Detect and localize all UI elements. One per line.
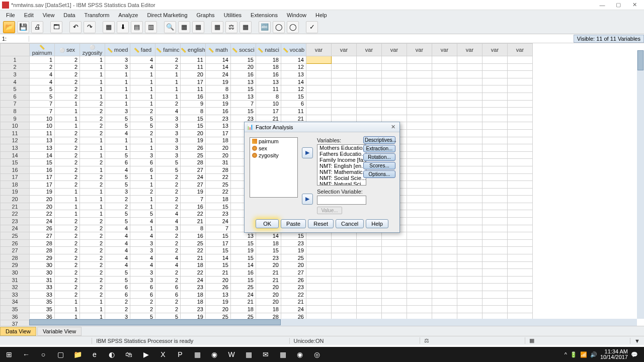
- data-cell[interactable]: [457, 144, 482, 152]
- start-button[interactable]: ⊞: [2, 348, 16, 360]
- data-cell[interactable]: 2: [55, 181, 80, 189]
- data-cell[interactable]: 4: [130, 56, 155, 64]
- data-cell[interactable]: 4: [105, 232, 130, 240]
- data-cell[interactable]: 4: [130, 232, 155, 240]
- data-cell[interactable]: 24: [30, 218, 55, 225]
- back-icon[interactable]: ←: [19, 348, 33, 360]
- column-header-empty[interactable]: var: [432, 44, 457, 56]
- data-cell[interactable]: [482, 239, 508, 247]
- data-cell[interactable]: 17: [181, 78, 206, 85]
- data-cell[interactable]: 19: [30, 188, 55, 196]
- data-cell[interactable]: 15: [206, 232, 231, 240]
- data-cell[interactable]: 21: [181, 218, 206, 225]
- data-cell[interactable]: 1: [80, 203, 105, 210]
- tray-battery-icon[interactable]: 🔋: [570, 351, 577, 358]
- row-header[interactable]: 7: [1, 100, 30, 108]
- data-cell[interactable]: [357, 71, 382, 78]
- data-cell[interactable]: [432, 173, 457, 181]
- data-cell[interactable]: 2: [80, 239, 105, 247]
- data-cell[interactable]: 1: [80, 78, 105, 85]
- data-cell[interactable]: [457, 181, 482, 189]
- row-header[interactable]: 11: [1, 129, 30, 137]
- data-cell[interactable]: [357, 232, 382, 240]
- data-cell[interactable]: 3: [155, 129, 181, 137]
- menu-directmarketing[interactable]: Direct Marketing: [143, 11, 191, 19]
- data-cell[interactable]: 2: [55, 71, 80, 78]
- data-cell[interactable]: [357, 261, 382, 269]
- show-all-icon[interactable]: ◯: [287, 21, 299, 33]
- data-cell[interactable]: 2: [80, 115, 105, 122]
- clock[interactable]: 11:34 AM 10/14/2017: [600, 349, 628, 360]
- data-cell[interactable]: 26: [181, 144, 206, 152]
- data-cell[interactable]: 2: [80, 225, 105, 232]
- data-cell[interactable]: 16: [181, 93, 206, 100]
- data-cell[interactable]: [482, 306, 508, 313]
- column-header-moed[interactable]: 📏 moed: [105, 44, 130, 56]
- data-cell[interactable]: [457, 203, 482, 210]
- column-header-empty[interactable]: var: [357, 44, 382, 56]
- data-cell[interactable]: 1: [130, 85, 155, 93]
- insert-cases-icon[interactable]: ▦: [178, 21, 190, 33]
- data-cell[interactable]: 2: [155, 306, 181, 313]
- data-cell[interactable]: 28: [181, 159, 206, 166]
- data-cell[interactable]: [306, 239, 332, 247]
- data-cell[interactable]: 27: [181, 166, 206, 173]
- data-cell[interactable]: 1: [130, 71, 155, 78]
- data-cell[interactable]: [306, 284, 332, 291]
- data-cell[interactable]: 6: [155, 284, 181, 291]
- data-cell[interactable]: [457, 196, 482, 203]
- data-cell[interactable]: 14: [206, 56, 231, 64]
- data-cell[interactable]: 2: [130, 298, 155, 306]
- data-cell[interactable]: [382, 291, 407, 299]
- data-cell[interactable]: [457, 254, 482, 262]
- row-header[interactable]: 29: [1, 261, 30, 269]
- data-cell[interactable]: [457, 100, 482, 108]
- data-cell[interactable]: [457, 56, 482, 64]
- data-cell[interactable]: [306, 306, 332, 313]
- data-cell[interactable]: 1: [55, 122, 80, 130]
- data-cell[interactable]: 1: [80, 151, 105, 159]
- data-cell[interactable]: [508, 108, 533, 115]
- data-cell[interactable]: 21: [231, 298, 256, 306]
- data-cell[interactable]: [432, 108, 457, 115]
- data-cell[interactable]: 14: [231, 261, 256, 269]
- data-cell[interactable]: [382, 108, 407, 115]
- data-cell[interactable]: 5: [105, 122, 130, 130]
- data-cell[interactable]: [482, 144, 508, 152]
- data-cell[interactable]: 4: [155, 254, 181, 262]
- data-cell[interactable]: 6: [130, 291, 155, 299]
- data-cell[interactable]: [332, 85, 357, 93]
- undo-icon[interactable]: ↶: [69, 21, 82, 33]
- column-header-zygosity[interactable]: ⚪ zygosity: [80, 44, 105, 56]
- data-cell[interactable]: [332, 71, 357, 78]
- data-cell[interactable]: 20: [206, 151, 231, 159]
- data-cell[interactable]: [508, 122, 533, 130]
- data-cell[interactable]: [457, 218, 482, 225]
- data-cell[interactable]: 10: [30, 122, 55, 130]
- use-sets-icon[interactable]: ◯: [273, 21, 285, 33]
- row-header[interactable]: 19: [1, 188, 30, 196]
- data-cell[interactable]: 7: [30, 100, 55, 108]
- data-cell[interactable]: 3: [105, 108, 130, 115]
- insert-variable-icon[interactable]: ▦: [192, 21, 204, 33]
- row-header[interactable]: 18: [1, 181, 30, 189]
- data-cell[interactable]: [306, 63, 332, 71]
- data-cell[interactable]: 5: [105, 173, 130, 181]
- data-cell[interactable]: 35: [30, 306, 55, 313]
- save-icon[interactable]: 💾: [17, 21, 29, 33]
- data-cell[interactable]: 21: [281, 115, 306, 122]
- data-cell[interactable]: 1: [55, 306, 80, 313]
- data-cell[interactable]: 4: [130, 254, 155, 262]
- data-cell[interactable]: 14: [206, 63, 231, 71]
- data-cell[interactable]: 15: [281, 232, 306, 240]
- data-cell[interactable]: 1: [130, 196, 155, 203]
- row-header[interactable]: 21: [1, 203, 30, 210]
- data-cell[interactable]: [382, 56, 407, 64]
- data-cell[interactable]: [407, 137, 432, 144]
- data-cell[interactable]: [508, 261, 533, 269]
- data-cell[interactable]: [457, 159, 482, 166]
- data-cell[interactable]: [457, 225, 482, 232]
- data-cell[interactable]: 11: [30, 129, 55, 137]
- data-cell[interactable]: 20: [256, 284, 281, 291]
- data-cell[interactable]: [508, 225, 533, 232]
